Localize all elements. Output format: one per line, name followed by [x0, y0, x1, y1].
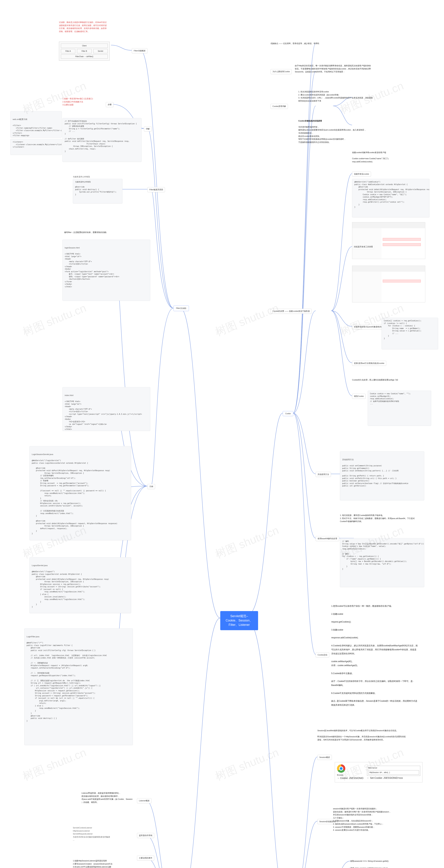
- filter-steps-node[interactable]: 步骤: [106, 102, 113, 107]
- listener-intro-text: Listener即监听器，就是监控某种事物的变化， 然后做出相应的处理，做出相应…: [81, 792, 134, 804]
- why-cookie-text: 由于Http协议的无状态，每一次请求都必须携带身份信息，服务器端无法知道客户端的…: [295, 64, 371, 73]
- code-title: loginSession.html: [65, 247, 148, 249]
- mindmap-root-node[interactable]: Servlet规范–Cookie、Session、Filter、Listener: [220, 611, 258, 630]
- listener-event-node[interactable]: 主要说明的事件: [137, 856, 154, 861]
- encode-cookie-node[interactable]: 使用base64编码化处理: [316, 536, 339, 541]
- listener-event-list: ServletContextListener HttpSessionListen…: [73, 826, 132, 842]
- devtools-label: 浏览器开发者工具查看: [352, 244, 375, 249]
- session-op-setattr: 存值 ===> session.setAttribute(name,value)…: [350, 867, 388, 868]
- create-send-cookie-text: 创建cookie对象并将cookie发送给客户端 Cookie cookie=n…: [352, 151, 418, 163]
- read-request-cookie-code: Cookie[] cookies = req.getCookies(); if …: [382, 318, 438, 349]
- create-send-cookie-node[interactable]: 创建并发送cookie: [352, 172, 371, 177]
- code-title: LoginFilter.java: [27, 636, 131, 638]
- code-index-html: index.html <!DOCTYPE html> <html lang="e…: [62, 387, 150, 431]
- encode-cookie-code: // 编码 String value = new String(Base64.g…: [340, 538, 424, 587]
- cookie-ops-node[interactable]: Cookie的设置 —— 创建cookie发送于服务器: [271, 309, 312, 314]
- chrome-icon: [337, 764, 345, 773]
- listener-intro-node[interactable]: Listener概述: [137, 798, 151, 803]
- update-cookie-node[interactable]: 更新(使用set方法替换的值)的cookie: [352, 361, 386, 366]
- filter-destroy-code: 当服务器停止时销毁 @Override public void destroy(…: [73, 179, 123, 204]
- cookie-summary-node[interactable]: Cookie总结: [316, 652, 329, 657]
- filter-init-code: // 用于过滤器的正常初始化 public void init(FilterCo…: [62, 118, 141, 162]
- code-title: LoginSessionServlet.java: [32, 453, 129, 456]
- cookie-advantages-text: 优缺缺点 —— 记住资料，登录信息等，减少发送、有弹性: [271, 42, 319, 45]
- session-op-getid: 获取sessionId ===> String id=session.getId…: [350, 860, 389, 863]
- session-theory-text: session对象是在客户端第一次请求服务器后创建的； 该条信息指：服务器针对每…: [333, 807, 420, 832]
- cookie-summary-text: 1.使用cookie可以保存用户身份一种一致的，数据都保存在客户端。 2.创建c…: [331, 604, 418, 707]
- destroy-cookie-code: Cookie cookie = new Cookie("name", ""); …: [368, 391, 431, 426]
- cookie-store-text: Cookie存储信息的实现原理 当在请求服务端的时候， 服务器facebook就…: [298, 116, 373, 144]
- filter-steps-text: 1.创建一类实现Filter接口 (注意接口) 2.实现接口中的抽象方法 3.注…: [62, 97, 101, 106]
- filter-example-header: 编写filter（注意配置处路径名称，需要排除的后缀）: [64, 231, 108, 234]
- session-desc-node[interactable]: Session概述: [317, 755, 332, 760]
- filter-chain-diagram: Client Filter A Filter B Servlet FilterC…: [59, 42, 110, 61]
- code-title: web.xml配置示例: [13, 118, 60, 121]
- code-title: index.html: [65, 394, 148, 397]
- listener-usage-steps: 1.创建HttpSessionListener监听器实现类 2.重写sessio…: [73, 859, 130, 868]
- devtools-cookie-screenshot-2: [352, 266, 425, 302]
- encode-intro-text: 1. 现代浏览器，通常把Cookie值保存到客户端本地。 2. 而对于中文、特殊…: [340, 514, 420, 523]
- filter-overview-text: 过滤器，顾名思义就是对事物进行过滤的，在Web中的过滤器就是对请求进行过滤，使用…: [59, 21, 107, 33]
- cookie-theory-text: 1. 首次浏览器发送请求时没有cookie 2. 通过cookie保存信息到浏览…: [298, 90, 373, 102]
- listener-scope-node[interactable]: 监听器的作用域: [137, 833, 154, 838]
- code-login-servlet: LoginSessionServlet.java @WebServlet("/l…: [30, 446, 131, 540]
- filter-example-node[interactable]: 示例: [147, 484, 155, 489]
- code-logout-servlet: LogoutServlet.java @WebServlet("/logout"…: [30, 557, 131, 613]
- cookie-theory-node[interactable]: Cookie原理详解: [271, 104, 288, 109]
- session-flow-diagram: Browser → Cookie: JSESSIONID Web Server …: [335, 762, 422, 782]
- filter-section-node[interactable]: Filter(过滤器): [173, 306, 189, 311]
- filter-overview-node[interactable]: Filter功能概述: [132, 48, 147, 53]
- destroy-cookie-node[interactable]: 销毁Cookie: [352, 394, 366, 399]
- filter-destroy-header: 当服务器停止时销毁: [73, 175, 90, 179]
- other-methods-node[interactable]: 其他使用方法: [316, 472, 331, 477]
- session-desc-text: Session是JavaWeb服务器端的技术，可以与Cookie配合用于记录跟踪…: [317, 729, 408, 741]
- code-login-filter: LoginFilter.java @WebFilter("/*") public…: [24, 628, 133, 745]
- cookie-persist-title: Cookie持久化处理，照上属性后值重新设置setAge 为0: [352, 378, 413, 381]
- create-send-cookie-code: @WebServlet("/addCookie") public class A…: [352, 179, 430, 217]
- code-title: LogoutServlet.java: [32, 564, 129, 567]
- filter-detail-node[interactable]: 详解: [144, 126, 151, 131]
- code-loginsession-html: loginSession.html <!DOCTYPE html> <html …: [62, 240, 150, 301]
- why-cookie-node[interactable]: 为什么要使用Cookie: [271, 69, 292, 74]
- devtools-cookie-screenshot-1: [352, 222, 425, 259]
- cookie-section-node[interactable]: Cookie: [283, 411, 293, 416]
- other-methods-code: 其他使用方法 public void setComment(String pur…: [340, 452, 424, 500]
- filter-destroy-node[interactable]: Filter被废弃原因: [147, 187, 165, 192]
- code-webxml-listener: <listener> <listener-class>com.example.M…: [10, 139, 62, 155]
- code-webxml-filter: web.xml配置示例 <filter> <filter-name>myFilt…: [10, 111, 62, 137]
